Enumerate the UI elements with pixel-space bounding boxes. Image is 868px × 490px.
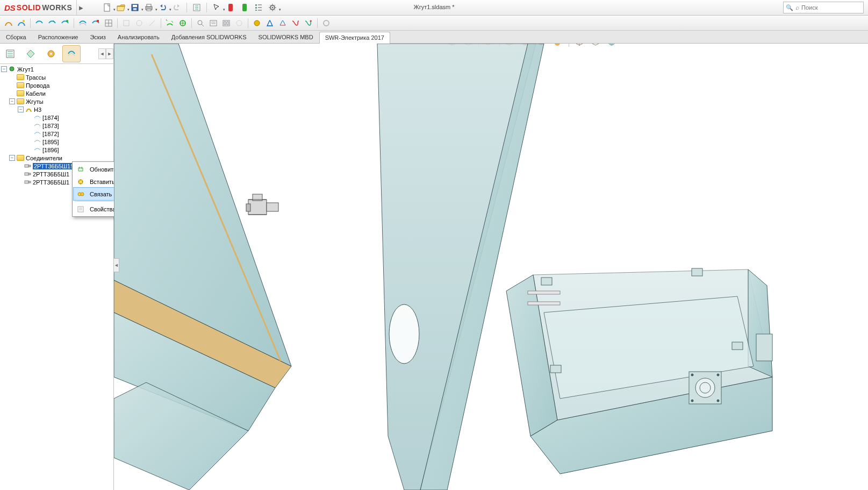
traffic-light-green[interactable] xyxy=(239,2,250,13)
cm-tab-swr[interactable]: SWR-Электрика 2017 xyxy=(319,32,390,44)
svg-rect-36 xyxy=(28,181,31,183)
svg-rect-40 xyxy=(78,207,83,212)
menu-expand-button[interactable]: ▶ xyxy=(77,5,85,11)
tool-9[interactable] xyxy=(121,18,132,29)
svg-point-30 xyxy=(10,67,14,71)
properties-icon xyxy=(76,204,85,214)
traffic-light-red[interactable] xyxy=(225,2,236,13)
svg-rect-70 xyxy=(541,278,552,285)
tree-leaf-0[interactable]: [1874] xyxy=(1,113,113,122)
rebuild-button[interactable] xyxy=(191,2,202,13)
svg-rect-32 xyxy=(28,165,31,167)
tool-4[interactable] xyxy=(47,18,58,29)
menubar: DS SOLIDWORKS ▶ ▾ ▾ ▾ ▾ ▾ ▾ ▾ Жгут1.slda… xyxy=(0,0,868,16)
insert-icon xyxy=(76,177,85,187)
tree-node-harnesses[interactable]: −Жгуты xyxy=(1,97,113,105)
svg-rect-58 xyxy=(267,203,278,211)
cm-tab-sketch[interactable]: Эскиз xyxy=(84,31,111,43)
tool-20[interactable] xyxy=(277,18,288,29)
tree-node-h3[interactable]: −H3 xyxy=(1,105,113,113)
svg-point-56 xyxy=(389,304,419,364)
svg-point-14 xyxy=(66,20,68,22)
tool-5[interactable] xyxy=(60,18,70,29)
link-icon xyxy=(76,189,85,199)
search-icon-box: 🔍 xyxy=(786,4,793,11)
tool-22[interactable] xyxy=(303,18,314,29)
tool-13[interactable] xyxy=(177,18,188,29)
svg-rect-72 xyxy=(550,365,561,373)
svg-point-29 xyxy=(50,53,52,55)
cm-tab-analyze[interactable]: Анализировать xyxy=(112,31,166,43)
tool-15[interactable] xyxy=(208,18,219,29)
tool-10[interactable] xyxy=(134,18,145,29)
svg-rect-8 xyxy=(255,4,257,6)
feature-manager-panel: ◄ ► −Жгут1 Трассы Провода Кабели −Жгуты … xyxy=(0,44,114,490)
tool-1[interactable] xyxy=(3,18,14,29)
tool-11[interactable] xyxy=(147,18,157,29)
tool-14[interactable] xyxy=(195,18,206,29)
panel-tab-property[interactable] xyxy=(21,45,40,62)
panel-splitter-handle[interactable]: ◄ xyxy=(114,258,119,272)
tree-leaf-1[interactable]: [1873] xyxy=(1,122,113,130)
svg-rect-71 xyxy=(692,268,702,276)
select-button[interactable]: ▾ xyxy=(211,2,222,13)
cm-tab-mbd[interactable]: SOLIDWORKS MBD xyxy=(253,31,319,43)
panel-tab-config[interactable] xyxy=(42,45,60,62)
open-button[interactable]: ▾ xyxy=(116,2,126,13)
tree-node-traces[interactable]: Трассы xyxy=(1,73,113,81)
save-button[interactable]: ▾ xyxy=(130,2,140,13)
quick-access-toolbar: ▾ ▾ ▾ ▾ ▾ ▾ ▾ xyxy=(102,2,278,13)
cm-tab-addins[interactable]: Добавления SOLIDWORKS xyxy=(166,31,253,43)
tool-16[interactable] xyxy=(221,18,232,29)
tool-3[interactable] xyxy=(34,18,45,29)
graphics-viewport[interactable]: ▾ ▾ ▾ ▾ xyxy=(114,44,868,490)
tree-leaf-4[interactable]: [1896] xyxy=(1,146,113,154)
svg-rect-3 xyxy=(133,8,137,10)
command-manager-tabs: Сборка Расположение Эскиз Анализировать … xyxy=(0,31,868,44)
undo-button[interactable]: ▾ xyxy=(157,2,168,13)
cm-tab-assembly[interactable]: Сборка xyxy=(0,31,32,43)
new-document-button[interactable]: ▾ xyxy=(102,2,112,13)
tool-19[interactable] xyxy=(264,18,275,29)
panel-nav-next[interactable]: ► xyxy=(106,48,113,59)
svg-rect-31 xyxy=(25,165,28,167)
search-box[interactable]: 🔍 ⌕ Поиск xyxy=(783,2,864,13)
search-icon: ⌕ xyxy=(795,4,799,11)
svg-point-77 xyxy=(691,374,693,376)
redo-button[interactable] xyxy=(171,2,182,13)
addin-toolbar xyxy=(0,16,868,31)
svg-rect-0 xyxy=(104,4,110,11)
svg-rect-5 xyxy=(147,4,151,6)
refresh-tree-icon xyxy=(76,165,85,174)
tree-node-wires[interactable]: Провода xyxy=(1,81,113,89)
svg-rect-6 xyxy=(147,9,151,11)
settings-button[interactable]: ▾ xyxy=(267,2,278,13)
tree-leaf-3[interactable]: [1895] xyxy=(1,138,113,146)
print-button[interactable]: ▾ xyxy=(144,2,154,13)
panel-tab-electrical[interactable] xyxy=(62,45,81,62)
svg-rect-10 xyxy=(255,10,257,11)
tool-12[interactable] xyxy=(164,18,175,29)
tool-8[interactable] xyxy=(103,18,114,29)
tool-7[interactable] xyxy=(90,18,101,29)
svg-point-78 xyxy=(717,374,719,376)
tree-leaf-2[interactable]: [1872] xyxy=(1,130,113,138)
svg-rect-57 xyxy=(248,200,267,215)
tool-17[interactable] xyxy=(234,18,245,29)
tool-6[interactable] xyxy=(77,18,88,29)
options-list-button[interactable] xyxy=(253,2,264,13)
tool-23[interactable] xyxy=(321,18,332,29)
svg-rect-73 xyxy=(732,342,743,350)
tree-node-connectors[interactable]: −Соединители xyxy=(1,154,113,162)
svg-point-24 xyxy=(254,20,260,26)
svg-point-20 xyxy=(198,20,202,25)
svg-point-12 xyxy=(272,7,274,9)
tree-root[interactable]: −Жгут1 xyxy=(1,65,113,73)
tool-2[interactable] xyxy=(16,18,27,29)
cm-tab-layout[interactable]: Расположение xyxy=(32,31,84,43)
panel-tab-feature[interactable] xyxy=(1,45,19,62)
tool-18[interactable] xyxy=(252,18,262,29)
panel-nav-prev[interactable]: ◄ xyxy=(98,48,106,59)
tree-node-cables[interactable]: Кабели xyxy=(1,89,113,97)
tool-21[interactable] xyxy=(290,18,301,29)
